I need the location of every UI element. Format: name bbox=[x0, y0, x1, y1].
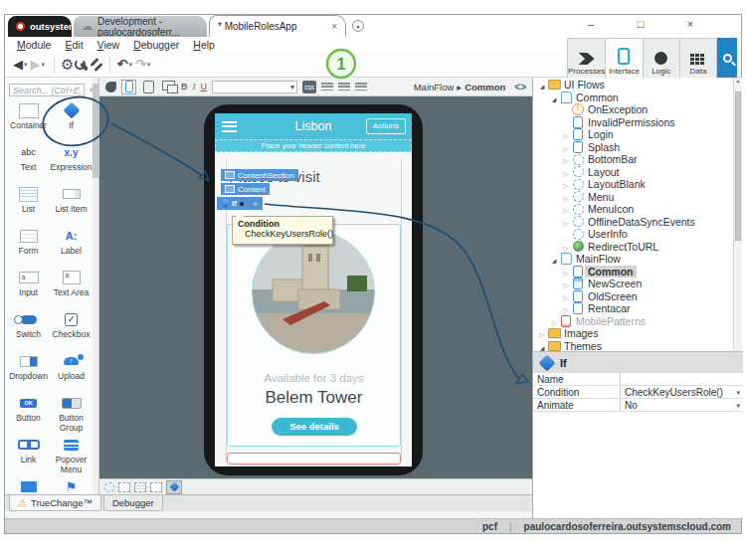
bold-button[interactable]: B bbox=[181, 82, 188, 92]
tree-item[interactable]: OfflineDataSyncEvents bbox=[533, 216, 732, 229]
tree-expander-icon[interactable] bbox=[561, 241, 571, 253]
tree-item[interactable]: Common bbox=[533, 92, 732, 104]
tree-expander-icon[interactable] bbox=[561, 290, 571, 302]
next-place-card[interactable] bbox=[227, 453, 401, 465]
header-placeholder[interactable]: Place your header content here bbox=[215, 139, 412, 152]
tree-expander-icon[interactable] bbox=[561, 166, 571, 178]
tree-item[interactable]: OldScreen bbox=[533, 290, 732, 303]
tree-item[interactable]: Login bbox=[533, 128, 732, 141]
toolbox-widget[interactable]: Switch bbox=[7, 310, 50, 352]
tree-item[interactable]: NewScreen bbox=[533, 278, 732, 290]
toolbox-widget[interactable] bbox=[50, 477, 93, 494]
style-picker-icon[interactable] bbox=[105, 82, 116, 93]
toolbox-widget[interactable]: Expression bbox=[50, 143, 93, 185]
tree-expander-icon[interactable] bbox=[561, 178, 571, 190]
toolbox-widget[interactable]: Container bbox=[7, 101, 50, 143]
breadcrumb-chip-section[interactable]: Content\Section bbox=[221, 169, 298, 181]
undo-history-caret[interactable]: ▾ bbox=[128, 61, 132, 69]
block-icon[interactable] bbox=[104, 482, 114, 492]
tab-interface[interactable]: Interface bbox=[606, 39, 643, 78]
tree-item[interactable]: OnException bbox=[533, 103, 732, 116]
toolbox-widget[interactable]: Text bbox=[7, 143, 50, 185]
tree-expander-icon[interactable] bbox=[561, 141, 571, 153]
toolbox-scrollbar[interactable] bbox=[93, 78, 98, 494]
tree-scrollbar[interactable]: ▲ bbox=[733, 78, 742, 351]
design-canvas[interactable]: Lisbon Actions Place your header content… bbox=[99, 96, 532, 478]
environment-name[interactable]: pcf bbox=[482, 521, 497, 532]
tree-expander-icon[interactable] bbox=[561, 278, 571, 289]
forward-button[interactable]: ▶ bbox=[31, 58, 41, 71]
scrollbar-thumb[interactable] bbox=[735, 92, 741, 241]
scrollbar-thumb[interactable] bbox=[93, 84, 98, 178]
toolbox-widget[interactable]: List bbox=[7, 185, 50, 227]
align-right-icon[interactable] bbox=[355, 83, 367, 92]
container-path-icon[interactable] bbox=[118, 482, 130, 492]
tree-item[interactable]: Layout bbox=[533, 166, 732, 179]
align-left-icon[interactable] bbox=[321, 83, 333, 92]
maximize-button[interactable]: □ bbox=[632, 17, 650, 31]
toolbox-widget[interactable]: If bbox=[50, 101, 93, 143]
tree-expander-icon[interactable] bbox=[561, 203, 571, 215]
tree-expander-icon[interactable] bbox=[537, 340, 547, 352]
server-host[interactable]: paulocardosoferreira.outsystemscloud.com bbox=[524, 521, 731, 532]
underline-button[interactable]: U bbox=[201, 82, 208, 92]
screen-body[interactable]: Places to visit Content\Section Content … bbox=[215, 152, 412, 467]
back-history-caret[interactable]: ▾ bbox=[24, 61, 28, 69]
forward-history-caret[interactable]: ▾ bbox=[42, 61, 46, 69]
breadcrumb-chip-content[interactable]: Content bbox=[221, 183, 270, 195]
truechange-tab[interactable]: ⚠ TrueChange™ bbox=[9, 495, 101, 511]
toolbox-widget[interactable]: Button Group bbox=[50, 394, 93, 436]
gear-icon[interactable]: ⚙ bbox=[61, 56, 74, 74]
global-search-button[interactable] bbox=[717, 38, 737, 78]
css-button[interactable]: css bbox=[302, 81, 316, 93]
toolbox-widget[interactable]: Text Area bbox=[50, 269, 93, 310]
toolbox-widget[interactable]: List Item bbox=[50, 185, 93, 227]
toolbox-widget[interactable]: Form bbox=[7, 227, 50, 269]
tree-expander-icon[interactable] bbox=[549, 92, 559, 103]
tree-expander-icon[interactable] bbox=[561, 216, 571, 228]
tree-expander-icon[interactable] bbox=[549, 315, 559, 327]
tree-expander-icon[interactable] bbox=[561, 153, 571, 165]
toolbox-widget[interactable]: Dropdown bbox=[7, 352, 50, 394]
toolbox-widget[interactable]: Link bbox=[7, 436, 50, 477]
redo-history-caret[interactable]: ▾ bbox=[147, 61, 151, 69]
menu-item[interactable]: Help bbox=[187, 39, 221, 51]
code-view-toggle[interactable]: <> bbox=[514, 82, 526, 93]
tree-item[interactable]: MenuIcon bbox=[533, 203, 732, 216]
tab-development[interactable]: ☁ Development - paulocardosoferr... bbox=[74, 16, 207, 37]
toolbox-widget[interactable]: Input bbox=[7, 269, 50, 310]
italic-button[interactable]: I bbox=[193, 82, 196, 92]
tree-item[interactable]: MainFlow bbox=[533, 253, 732, 266]
preview-desktop-button[interactable] bbox=[161, 80, 176, 94]
breadcrumb-current[interactable]: Common bbox=[465, 82, 505, 93]
actions-button[interactable]: Actions bbox=[366, 118, 406, 134]
if-path-icon-selected[interactable] bbox=[166, 480, 182, 494]
preview-phone-button[interactable] bbox=[121, 80, 136, 94]
if-branch-dot[interactable] bbox=[247, 202, 251, 206]
redo-button[interactable]: ↷ bbox=[135, 58, 146, 71]
if-branch-dot[interactable] bbox=[240, 202, 244, 206]
animate-value-field[interactable]: No bbox=[621, 399, 743, 411]
tree-expander-icon[interactable] bbox=[549, 253, 559, 265]
menu-item[interactable]: Debugger bbox=[127, 39, 185, 51]
tab-outsystems[interactable]: outsystems bbox=[8, 16, 72, 37]
tree-expander-icon[interactable] bbox=[561, 266, 571, 278]
wrench-icon[interactable] bbox=[74, 57, 90, 73]
align-center-icon[interactable] bbox=[338, 83, 350, 92]
toolbox-search-input[interactable] bbox=[9, 84, 85, 96]
close-tab-icon[interactable]: × bbox=[331, 21, 337, 32]
tree-item[interactable]: UI Flows bbox=[533, 79, 732, 92]
toolbox-widget[interactable]: Checkbox bbox=[50, 310, 93, 352]
toolbox-widget[interactable] bbox=[7, 477, 50, 494]
condition-value-field[interactable]: CheckKeyUsersRole() bbox=[621, 386, 743, 398]
tree-item[interactable]: InvalidPermissions bbox=[533, 116, 732, 129]
tree-item[interactable]: UserInfo bbox=[533, 228, 732, 241]
plug-icon[interactable] bbox=[90, 58, 103, 72]
tree-item[interactable]: RedirectToURL bbox=[533, 241, 732, 254]
section-path-icon[interactable] bbox=[134, 482, 146, 492]
phone-screen[interactable]: Lisbon Actions Place your header content… bbox=[215, 113, 412, 467]
tree-item[interactable]: BottomBar bbox=[533, 153, 732, 166]
tree-item[interactable]: Common bbox=[533, 266, 732, 279]
tree-expander-icon[interactable] bbox=[537, 79, 547, 91]
toolbox-widget[interactable]: Button bbox=[7, 394, 50, 436]
